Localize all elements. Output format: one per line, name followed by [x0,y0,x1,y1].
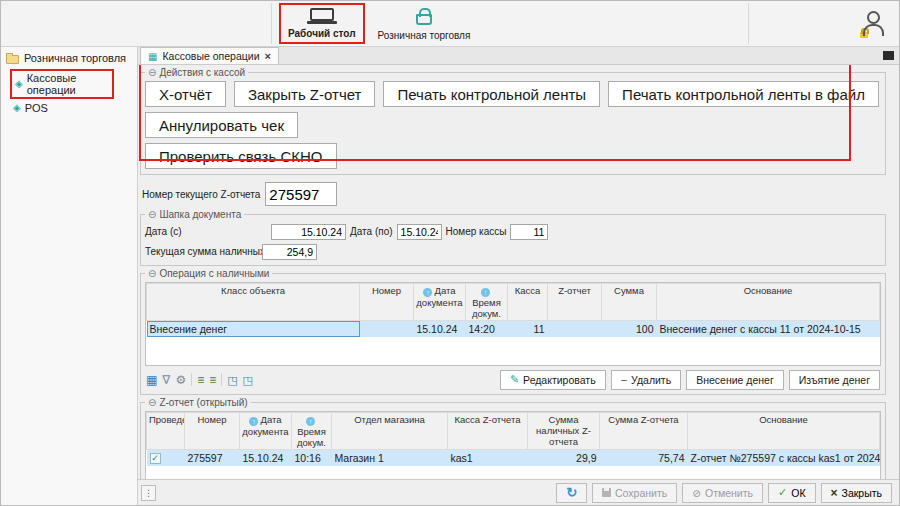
cell-class[interactable]: Внесение денег [147,321,360,337]
group-title-actions: ⊖ Действия с кассой [145,67,248,78]
cell-kassa[interactable]: kas1 [448,450,528,466]
status-bar-buttons: ↻ Сохранить ⊘ Отменить ✓ ОК × Закрыть [556,483,892,503]
cell-kassa[interactable]: 11 [508,321,548,337]
cell-zsum[interactable]: 75,74 [600,450,688,466]
sidebar-item-cash-operations[interactable]: ◈ Кассовые операции [10,69,114,99]
collapse-icon[interactable]: ⊖ [148,397,156,408]
collapse-icon[interactable]: ⊖ [148,268,156,279]
cell-posted[interactable]: ✓ [147,450,185,466]
column-label: Проведен [149,414,185,425]
column-header[interactable]: Сумма наличных Z-отчета [528,413,600,450]
current-cash-sum-input[interactable] [262,244,317,260]
column-header[interactable]: Проведен [147,413,185,450]
cell-sum[interactable]: 100 [602,321,657,337]
column-label: Сумма Z-отчета [608,414,678,425]
column-header[interactable]: ↑Дата документа [414,284,466,321]
column-header[interactable]: ↑Время докум. [466,284,508,321]
cell-zreport[interactable] [548,321,602,337]
cell-store[interactable]: Магазин 1 [332,450,448,466]
column-header[interactable]: Номер [185,413,240,450]
close-z-report-button[interactable]: Закрыть Z-отчет [234,81,376,107]
close-button[interactable]: × Закрыть [821,483,892,503]
column-header[interactable]: Отдел магазина [332,413,448,450]
zreport-table-box: Проведен Номер ↑Дата документа ↑Время до… [145,411,881,479]
column-header[interactable]: Класс объекта [147,284,360,321]
cell-number[interactable] [360,321,414,337]
list-collapse-icon[interactable]: ≡ [197,373,204,387]
save-button[interactable]: Сохранить [592,483,677,503]
column-label: Касса Z-отчета [454,414,520,425]
tab-cash-operations[interactable]: ▦ Кассовые операции × [140,47,279,64]
edit-button[interactable]: ✎ Редактировать [500,370,606,390]
column-header[interactable]: Основание [657,284,880,321]
refresh-button[interactable]: ↻ [556,483,587,503]
window-control-icon[interactable] [883,51,894,60]
list-expand-icon[interactable]: ≡ [209,373,216,387]
cash-deposit-button[interactable]: Внесение денег [686,370,784,390]
export-alt-icon[interactable]: ◳ [243,373,253,387]
zreport-header-row: Проведен Номер ↑Дата документа ↑Время до… [147,413,880,450]
retail-trade-button[interactable]: Розничная торговля [371,3,478,44]
print-control-tape-button[interactable]: Печать контрольной ленты [383,81,600,107]
cell-basis[interactable]: Внесение денег с кассы 11 от 2024-10-15 [657,321,880,337]
print-control-tape-to-file-button[interactable]: Печать контрольной ленты в файл [608,81,879,107]
column-header[interactable]: Номер [360,284,414,321]
cash-withdrawal-button[interactable]: Изъятие денег [789,370,880,390]
ok-button[interactable]: ✓ ОК [768,483,816,503]
diamond-icon: ◈ [13,103,21,113]
export-icon[interactable]: ◳ [227,373,237,387]
retail-button-label: Розничная торговля [378,30,471,41]
table-row[interactable]: ✓ 275597 15.10.24 10:16 Магазин 1 kas1 2… [147,450,880,466]
current-z-number-input[interactable] [265,182,337,206]
grid-icon[interactable]: ▦ [146,373,157,387]
collapse-icon[interactable]: ⊖ [148,209,156,220]
kassa-number-input[interactable] [510,224,548,240]
collapse-icon[interactable]: ⊖ [148,67,156,78]
splitter-handle[interactable]: ⋮ [141,485,156,501]
cell-date[interactable]: 15.10.24 [240,450,292,466]
cell-date[interactable]: 15.10.24 [414,321,466,337]
sort-asc-icon: ↑ [481,288,490,297]
column-header[interactable]: Z-отчет [548,284,602,321]
cell-number[interactable]: 275597 [185,450,240,466]
date-from-input[interactable] [271,224,346,240]
x-report-button[interactable]: X-отчёт [145,81,226,107]
checkbox-checked-icon[interactable]: ✓ [150,453,161,464]
cell-time[interactable]: 10:16 [292,450,332,466]
delete-button[interactable]: − Удалить [611,370,682,390]
actions-group: ⊖ Действия с кассой X-отчёт Закрыть Z-от… [140,72,886,175]
tab-label: Кассовые операции [162,50,259,62]
column-header[interactable]: Сумма Z-отчета [600,413,688,450]
sidebar-item-pos[interactable]: ◈ POS [10,101,137,115]
tab-close-icon[interactable]: × [265,50,271,62]
cancel-button-label: Отменить [705,487,753,499]
column-label: Время докум. [472,297,501,319]
sidebar-title: Розничная торговля [24,52,126,64]
column-label: Сумма [614,285,644,296]
desktop-button[interactable]: Рабочий стол [279,3,365,44]
current-cash-sum-label: Текущая сумма наличных в кассе [145,246,258,257]
cell-basis[interactable]: Z-отчет №275597 с кассы kas1 от 2024-10-… [688,450,880,466]
document-header-group: ⊖ Шапка документа Дата (с) Дата (по) Ном… [140,214,886,266]
column-label: Сумма наличных Z-отчета [536,414,591,447]
cancel-receipt-button[interactable]: Аннулировать чек [145,112,298,138]
toolbar-separator [191,373,192,386]
column-header[interactable]: Сумма [602,284,657,321]
column-header[interactable]: ↑Дата документа [240,413,292,450]
date-to-input[interactable] [397,224,442,240]
column-header[interactable]: Касса Z-отчета [448,413,528,450]
filter-icon[interactable]: ∇ [162,373,170,387]
column-header[interactable]: ↑Время докум. [292,413,332,450]
check-skno-connection-button[interactable]: Проверить связь СКНО [145,143,337,169]
refresh-icon: ↻ [566,485,577,500]
column-header[interactable]: Основание [688,413,880,450]
user-button[interactable] [861,11,885,41]
cell-cash-sum[interactable]: 29,9 [528,450,600,466]
column-header[interactable]: Касса [508,284,548,321]
actions-row-2: Аннулировать чек [145,112,881,138]
toolbar-separator [271,3,272,44]
cell-time[interactable]: 14:20 [466,321,508,337]
cancel-button[interactable]: ⊘ Отменить [682,483,763,503]
gear-icon[interactable]: ⚙ [175,373,186,387]
table-row[interactable]: Внесение денег 15.10.24 14:20 11 100 Вне… [147,321,880,337]
